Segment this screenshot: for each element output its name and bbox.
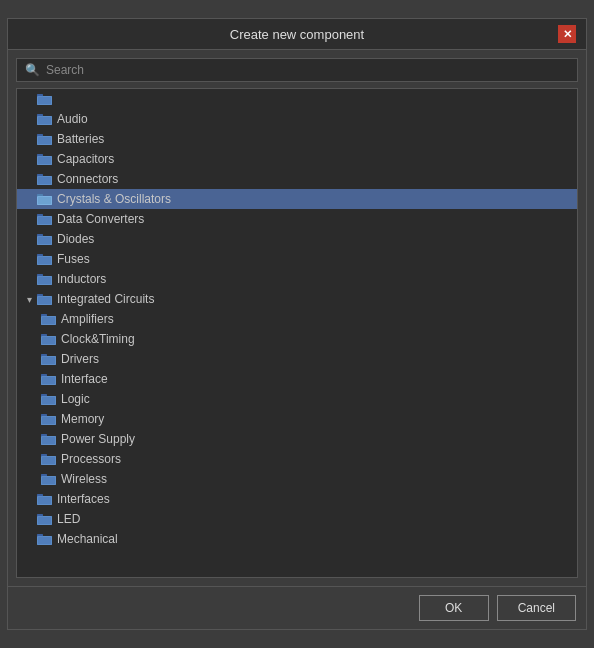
tree-item-data-converters[interactable]: Data Converters	[17, 209, 577, 229]
folder-icon	[41, 352, 57, 366]
item-label: Inductors	[57, 272, 106, 286]
tree-item-interface[interactable]: Interface	[17, 369, 577, 389]
cancel-button[interactable]: Cancel	[497, 595, 576, 621]
component-tree[interactable]: Audio Batteries Capacitors Connecto	[16, 88, 578, 578]
expand-arrow: ▾	[23, 294, 35, 305]
tree-item-drivers[interactable]: Drivers	[17, 349, 577, 369]
ok-button[interactable]: OK	[419, 595, 489, 621]
svg-rect-3	[38, 97, 51, 104]
item-label: Data Converters	[57, 212, 144, 226]
item-label: Fuses	[57, 252, 90, 266]
svg-rect-67	[42, 417, 55, 424]
item-label: Capacitors	[57, 152, 114, 166]
folder-icon	[37, 172, 53, 186]
svg-rect-39	[38, 277, 51, 284]
folder-icon	[37, 512, 53, 526]
tree-item-power-supply[interactable]: Power Supply	[17, 429, 577, 449]
create-component-dialog: Create new component ✕ 🔍 Audio	[7, 18, 587, 630]
dialog-title: Create new component	[36, 27, 558, 42]
svg-rect-27	[38, 217, 51, 224]
tree-item-clock-timing[interactable]: Clock&Timing	[17, 329, 577, 349]
folder-icon	[41, 472, 57, 486]
svg-rect-75	[42, 457, 55, 464]
tree-item-processors[interactable]: Processors	[17, 449, 577, 469]
dialog-body: 🔍 Audio Ba	[8, 50, 586, 586]
tree-item-memory[interactable]: Memory	[17, 409, 577, 429]
item-label: Crystals & Oscillators	[57, 192, 171, 206]
folder-icon	[41, 452, 57, 466]
tree-item-connectors[interactable]: Connectors	[17, 169, 577, 189]
tree-item-led[interactable]: LED	[17, 509, 577, 529]
svg-rect-91	[38, 537, 51, 544]
search-input[interactable]	[46, 63, 569, 77]
item-label: Wireless	[61, 472, 107, 486]
folder-icon	[37, 152, 53, 166]
folder-icon	[37, 212, 53, 226]
svg-rect-43	[38, 297, 51, 304]
svg-rect-83	[38, 497, 51, 504]
item-label: Connectors	[57, 172, 118, 186]
tree-item-integrated-circuits[interactable]: ▾ Integrated Circuits	[17, 289, 577, 309]
item-label: Interface	[61, 372, 108, 386]
close-button[interactable]: ✕	[558, 25, 576, 43]
svg-rect-87	[38, 517, 51, 524]
folder-icon	[37, 252, 53, 266]
tree-item-mechanical[interactable]: Mechanical	[17, 529, 577, 549]
svg-rect-79	[42, 477, 55, 484]
svg-rect-51	[42, 337, 55, 344]
folder-icon	[41, 412, 57, 426]
item-label: Clock&Timing	[61, 332, 135, 346]
folder-icon	[37, 532, 53, 546]
folder-icon	[37, 92, 53, 106]
tree-item-undefined[interactable]	[17, 89, 577, 109]
item-label: Logic	[61, 392, 90, 406]
tree-item-interfaces[interactable]: Interfaces	[17, 489, 577, 509]
tree-item-batteries[interactable]: Batteries	[17, 129, 577, 149]
item-label: Interfaces	[57, 492, 110, 506]
svg-rect-71	[42, 437, 55, 444]
item-label: LED	[57, 512, 80, 526]
tree-item-inductors[interactable]: Inductors	[17, 269, 577, 289]
svg-rect-23	[38, 197, 51, 204]
svg-rect-11	[38, 137, 51, 144]
folder-icon	[41, 372, 57, 386]
svg-rect-15	[38, 157, 51, 164]
item-label: Amplifiers	[61, 312, 114, 326]
tree-item-amplifiers[interactable]: Amplifiers	[17, 309, 577, 329]
folder-icon	[41, 392, 57, 406]
folder-icon	[37, 232, 53, 246]
item-label: Diodes	[57, 232, 94, 246]
tree-item-wireless[interactable]: Wireless	[17, 469, 577, 489]
dialog-footer: OK Cancel	[8, 586, 586, 629]
tree-item-audio[interactable]: Audio	[17, 109, 577, 129]
tree-item-crystals[interactable]: Crystals & Oscillators	[17, 189, 577, 209]
svg-rect-59	[42, 377, 55, 384]
tree-item-logic[interactable]: Logic	[17, 389, 577, 409]
folder-icon	[37, 272, 53, 286]
item-label: Audio	[57, 112, 88, 126]
tree-item-capacitors[interactable]: Capacitors	[17, 149, 577, 169]
svg-rect-47	[42, 317, 55, 324]
svg-rect-55	[42, 357, 55, 364]
item-label: Power Supply	[61, 432, 135, 446]
item-label: Processors	[61, 452, 121, 466]
svg-rect-35	[38, 257, 51, 264]
title-bar: Create new component ✕	[8, 19, 586, 50]
svg-rect-7	[38, 117, 51, 124]
item-label: Memory	[61, 412, 104, 426]
folder-icon	[37, 492, 53, 506]
svg-rect-63	[42, 397, 55, 404]
folder-icon	[37, 132, 53, 146]
folder-icon	[41, 432, 57, 446]
search-bar: 🔍	[16, 58, 578, 82]
item-label: Batteries	[57, 132, 104, 146]
folder-icon	[37, 292, 53, 306]
folder-icon	[37, 192, 53, 206]
tree-item-fuses[interactable]: Fuses	[17, 249, 577, 269]
tree-item-diodes[interactable]: Diodes	[17, 229, 577, 249]
folder-icon	[41, 332, 57, 346]
item-label: Drivers	[61, 352, 99, 366]
item-label: Mechanical	[57, 532, 118, 546]
item-label: Integrated Circuits	[57, 292, 154, 306]
search-icon: 🔍	[25, 63, 40, 77]
